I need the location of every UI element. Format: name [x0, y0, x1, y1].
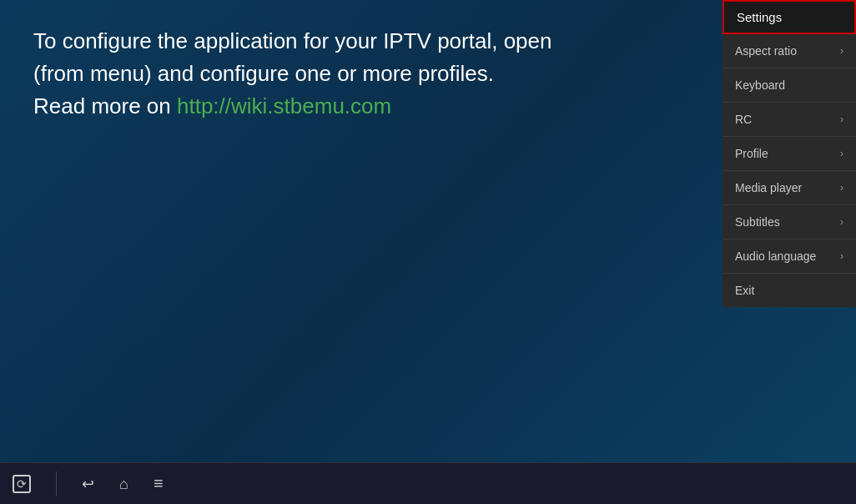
menu-item-keyboard[interactable]: Keyboard — [723, 68, 856, 103]
menu-item-label-keyboard: Keyboard — [735, 78, 785, 92]
menu-item-label-aspect-ratio: Aspect ratio — [735, 44, 797, 58]
info-text-block: To configure the application for your IP… — [33, 25, 551, 123]
taskbar-home-button[interactable] — [119, 474, 128, 493]
info-line3-prefix: Read more on — [33, 93, 177, 118]
info-line1: To configure the application for your IP… — [33, 28, 551, 53]
chevron-right-icon: › — [840, 45, 843, 57]
taskbar-menu-button[interactable] — [154, 474, 164, 493]
menu-item-label-audio-language: Audio language — [735, 249, 816, 263]
menu-item-audio-language[interactable]: Audio language › — [723, 239, 856, 274]
home-icon — [119, 474, 128, 493]
menu-header: Settings — [723, 0, 856, 34]
taskbar-back-button[interactable] — [82, 474, 94, 493]
refresh-icon: ⟳ — [13, 475, 31, 493]
menu-header-label: Settings — [737, 10, 782, 24]
chevron-right-icon-media-player: › — [840, 182, 843, 194]
menu-item-label-subtitles: Subtitles — [735, 215, 780, 229]
menu-item-media-player[interactable]: Media player › — [723, 171, 856, 205]
menu-item-subtitles[interactable]: Subtitles › — [723, 205, 856, 239]
menu-item-label-exit: Exit — [735, 284, 754, 297]
chevron-right-icon-profile: › — [840, 148, 843, 159]
menu-item-aspect-ratio[interactable]: Aspect ratio › — [723, 34, 856, 68]
taskbar: ⟳ — [0, 462, 856, 504]
menu-item-exit[interactable]: Exit — [723, 274, 856, 307]
wiki-link[interactable]: http://wiki.stbemu.com — [177, 93, 391, 118]
menu-item-rc[interactable]: RC › — [723, 103, 856, 137]
chevron-right-icon-rc: › — [840, 113, 843, 125]
menu-item-profile[interactable]: Profile › — [723, 137, 856, 171]
menu-item-label-media-player: Media player — [735, 181, 802, 194]
menu-icon — [154, 474, 164, 493]
menu-item-label-rc: RC — [735, 113, 752, 126]
info-line2: (from menu) and configure one or more pr… — [33, 61, 494, 86]
chevron-right-icon-subtitles: › — [840, 216, 843, 228]
taskbar-divider — [56, 471, 57, 496]
back-icon — [82, 474, 94, 493]
settings-dropdown: Settings Aspect ratio › Keyboard RC › Pr… — [723, 0, 856, 307]
menu-item-label-profile: Profile — [735, 147, 768, 160]
chevron-right-icon-audio-language: › — [840, 250, 843, 262]
taskbar-refresh-button[interactable]: ⟳ — [13, 475, 31, 493]
